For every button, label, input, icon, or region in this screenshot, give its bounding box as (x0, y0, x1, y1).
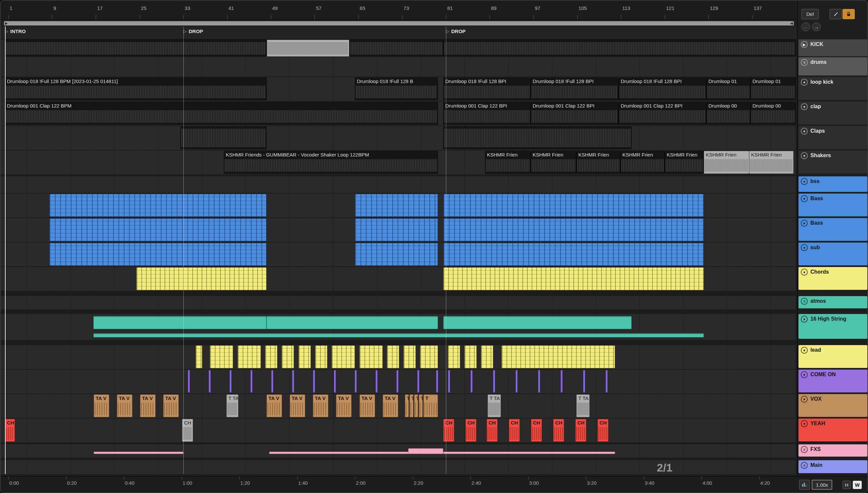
clip-kick[interactable] (267, 40, 349, 57)
clip-lead[interactable] (238, 345, 261, 368)
track-header-sub[interactable]: ▾sub (799, 242, 867, 265)
chevron-icon[interactable]: ▾ (801, 103, 808, 110)
clip-come-on[interactable] (313, 370, 315, 393)
clip-come-on[interactable] (355, 370, 357, 393)
clip-claps[interactable] (181, 126, 267, 149)
chevron-icon[interactable]: ▾ (801, 128, 808, 135)
clip-shakers[interactable]: KSHMR Frien (620, 151, 665, 174)
clip-lead[interactable] (404, 345, 416, 368)
clip-come-on[interactable] (583, 370, 585, 393)
play-icon[interactable]: ▶ (801, 41, 808, 48)
chevron-icon[interactable]: ▾ (801, 195, 808, 202)
clip-vox[interactable]: T (419, 394, 423, 417)
chevron-icon[interactable]: ▾ (801, 269, 808, 276)
track-header-lead[interactable]: ▾lead (799, 345, 867, 368)
clip-high-string[interactable] (93, 333, 704, 338)
zoom-level-button[interactable]: 1.00x (812, 480, 832, 490)
clip-vox[interactable]: TA V (163, 394, 179, 417)
clip-bass-1[interactable] (443, 194, 704, 217)
clip-vox[interactable]: TA V (383, 394, 398, 417)
track-header-shakers[interactable]: ▾Shakers (799, 151, 867, 173)
clip-kick[interactable] (443, 40, 796, 57)
clip-come-on[interactable] (209, 370, 211, 393)
chevron-icon[interactable]: ▾ (801, 79, 808, 86)
clip-vox[interactable]: TA V (117, 394, 132, 417)
clip-clap[interactable]: Drumloop 00 (706, 102, 750, 125)
track-header-vox[interactable]: ▾VOX (799, 394, 867, 417)
clip-yeah[interactable]: CH (443, 419, 454, 442)
clip-vox[interactable]: T (423, 394, 438, 417)
clip-yeah[interactable]: CH (509, 419, 520, 442)
clip-vox[interactable]: TA V (267, 394, 282, 417)
track-header-fxs[interactable]: ≡FXS (799, 444, 867, 457)
clip-vox[interactable]: T (409, 394, 414, 417)
lines-icon[interactable]: ≡ (801, 446, 808, 453)
clip-bass-2[interactable] (355, 218, 438, 241)
clip-high-string[interactable] (443, 316, 632, 329)
clip-sub[interactable] (355, 243, 438, 266)
clip-sub[interactable] (443, 243, 704, 266)
clip-bass-1[interactable] (355, 194, 438, 217)
clip-lead[interactable] (196, 345, 202, 368)
clip-kick[interactable] (349, 40, 443, 57)
clip-lead[interactable] (448, 345, 460, 368)
clip-come-on[interactable] (334, 370, 336, 393)
locator-row[interactable]: ▷INTRO▷DROP▷DROP (1, 26, 797, 39)
lines-icon[interactable]: ≡ (801, 59, 808, 66)
clip-clap[interactable]: Drumloop 00 (750, 102, 796, 125)
clip-lead[interactable] (481, 345, 493, 368)
clip-loop-kick[interactable]: Drumloop 018 !Full 128 BPI (443, 78, 531, 100)
clip-come-on[interactable] (448, 370, 450, 393)
clip-vox[interactable]: TA V (94, 394, 109, 417)
clip-come-on[interactable] (606, 370, 608, 393)
clip-come-on[interactable] (515, 370, 518, 393)
clip-sub[interactable] (49, 243, 267, 266)
clip-loop-kick[interactable]: Drumloop 018 !Full 128 B (355, 78, 438, 100)
track-header-clap[interactable]: ▾clap (799, 102, 867, 124)
clip-lead[interactable] (464, 345, 477, 368)
track-header-drums[interactable]: ≡drums (799, 57, 867, 76)
chevron-icon[interactable]: ▾ (801, 347, 808, 354)
track-header-high-string[interactable]: ▾16 High String (799, 314, 867, 339)
clip-lead[interactable] (282, 345, 294, 368)
clip-come-on[interactable] (436, 370, 438, 393)
clip-vox[interactable]: TA V (313, 394, 329, 417)
clip-vox[interactable]: T TA (227, 394, 238, 417)
clip-shakers[interactable]: KSHMR Frien (576, 151, 620, 174)
clip-vox[interactable]: T TA (488, 394, 501, 417)
clip-loop-kick[interactable]: Drumloop 018 !Full 128 BPI (619, 78, 706, 100)
track-header-bss[interactable]: ▾bss (799, 176, 867, 192)
clip-high-string[interactable] (93, 316, 267, 329)
track-header-claps[interactable]: ▾Claps (799, 126, 867, 149)
clip-chords[interactable] (136, 267, 267, 290)
clip-fxs[interactable] (443, 452, 615, 454)
clip-come-on[interactable] (470, 370, 473, 393)
clip-yeah[interactable]: CH (575, 419, 586, 442)
clip-come-on[interactable] (375, 370, 378, 393)
clip-bass-1[interactable] (49, 194, 267, 217)
chevron-icon[interactable]: ▾ (801, 152, 808, 159)
clip-vox[interactable]: TA V (360, 394, 375, 417)
clip-vox[interactable]: T (414, 394, 418, 417)
clip-shakers[interactable]: KSHMR Frien (749, 151, 793, 174)
clip-come-on[interactable] (493, 370, 495, 393)
clip-lead[interactable] (360, 345, 383, 368)
clip-clap[interactable]: Drumloop 001 Clap 122 BPM (5, 102, 438, 125)
clip-loop-kick[interactable]: Drumloop 018 !Full 128 BPI (531, 78, 619, 100)
clip-lead[interactable] (265, 345, 277, 368)
chevron-icon[interactable]: ▾ (801, 371, 808, 378)
delete-button[interactable]: Del (802, 9, 819, 19)
clip-lead[interactable] (299, 345, 311, 368)
chevron-icon[interactable]: ▾ (801, 220, 808, 227)
clip-come-on[interactable] (188, 370, 190, 393)
clip-come-on[interactable] (271, 370, 273, 393)
clip-yeah[interactable]: CH (465, 419, 477, 442)
clip-shakers[interactable]: KSHMR Frien (485, 151, 531, 174)
clip-lead[interactable] (502, 345, 615, 368)
clip-bass-2[interactable] (443, 218, 704, 241)
meter-display-button[interactable] (799, 480, 810, 490)
clip-bass-2[interactable] (49, 218, 267, 241)
clip-come-on[interactable] (250, 370, 253, 393)
chevron-icon[interactable]: ▾ (801, 178, 808, 185)
clip-fxs[interactable] (408, 448, 443, 454)
